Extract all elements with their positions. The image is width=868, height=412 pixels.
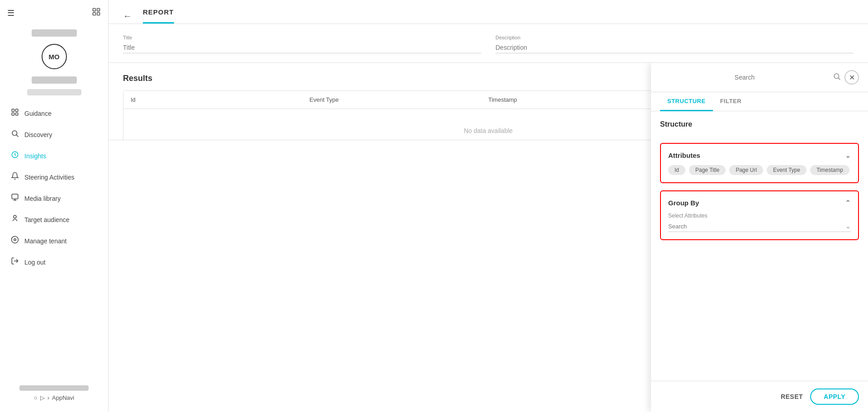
back-button[interactable]: ← — [123, 11, 136, 21]
sidebar-item-target-audience[interactable]: Target audience — [0, 209, 108, 230]
tag-event-type: Event Type — [767, 165, 807, 175]
group-by-chevron-icon[interactable]: ⌃ — [845, 199, 851, 207]
col-timestamp: Timestamp — [488, 96, 667, 103]
sidebar-item-guidance[interactable]: Guidance — [0, 103, 108, 124]
svg-rect-7 — [16, 113, 18, 115]
sidebar-label-steering: Steering Activities — [24, 174, 75, 181]
user-name-blurred — [32, 76, 77, 84]
panel-search-row: ✕ — [651, 63, 868, 92]
tab-filter[interactable]: FILTER — [713, 92, 749, 111]
svg-point-13 — [14, 239, 16, 241]
svg-rect-4 — [12, 109, 14, 111]
sidebar-item-steering-activities[interactable]: Steering Activities — [0, 166, 108, 188]
svg-line-9 — [16, 135, 18, 137]
app-navi-label: AppNavi — [52, 394, 74, 401]
title-label: Title — [123, 35, 481, 40]
panel-body: Structure Attributes ⌄ Id Page Title Pag… — [651, 111, 868, 381]
svg-rect-6 — [12, 113, 14, 115]
group-by-section: Group By ⌃ Select Attributes ⌄ — [660, 190, 859, 240]
user-role-blurred — [27, 89, 81, 95]
panel-close-button[interactable]: ✕ — [844, 70, 859, 85]
svg-point-12 — [14, 215, 16, 218]
svg-rect-0 — [93, 9, 96, 11]
description-label: Description — [495, 35, 854, 40]
sidebar-bottom: ○ ▷ › AppNavi — [0, 374, 108, 405]
title-field: Title — [123, 35, 481, 53]
notification-icon[interactable] — [92, 7, 101, 19]
discovery-icon — [11, 129, 19, 140]
svg-rect-1 — [97, 9, 100, 11]
tag-page-url: Page Url — [729, 165, 763, 175]
manage-tenant-icon — [11, 236, 19, 246]
sidebar-item-insights[interactable]: Insights — [0, 145, 108, 166]
main-area: ← REPORT Title Description Results Id Ev… — [108, 0, 868, 412]
sidebar: ☰ MO Guidance Discovery Insights — [0, 0, 108, 412]
panel-tabs: STRUCTURE FILTER — [651, 92, 868, 111]
tag-timestamp: Timestamp — [810, 165, 849, 175]
sidebar-label-insights: Insights — [24, 152, 46, 160]
structure-panel: ✕ STRUCTURE FILTER Structure Attributes … — [651, 63, 868, 412]
svg-rect-2 — [93, 13, 96, 15]
sidebar-item-media-library[interactable]: Media library — [0, 188, 108, 209]
svg-point-15 — [834, 74, 839, 79]
svg-rect-5 — [16, 109, 18, 111]
panel-footer: RESET APPLY — [651, 381, 868, 412]
apply-button[interactable]: APPLY — [810, 388, 859, 405]
panel-search-icon[interactable] — [833, 72, 841, 82]
sidebar-label-media: Media library — [24, 195, 61, 202]
sidebar-bottom-blurred — [19, 385, 89, 391]
steering-activities-icon — [11, 172, 19, 182]
attributes-header: Attributes ⌄ — [668, 151, 851, 160]
select-attrs-label: Select Attributes — [668, 213, 851, 219]
user-logo-blurred — [32, 29, 77, 37]
guidance-icon — [11, 108, 19, 118]
app-navi: ○ ▷ › AppNavi — [11, 394, 97, 401]
target-audience-icon — [11, 214, 19, 225]
group-by-dropdown-icon[interactable]: ⌄ — [845, 223, 851, 230]
sidebar-item-manage-tenant[interactable]: Manage tenant — [0, 230, 108, 251]
hamburger-icon[interactable]: ☰ — [7, 8, 14, 18]
sidebar-item-discovery[interactable]: Discovery — [0, 124, 108, 145]
svg-point-8 — [12, 131, 17, 136]
panel-section-title: Structure — [660, 120, 859, 128]
avatar: MO — [42, 44, 67, 69]
sidebar-top: ☰ — [0, 7, 108, 26]
app-navi-icon1: ○ — [34, 394, 38, 401]
sidebar-label-logout: Log out — [24, 259, 46, 266]
app-navi-icon2: ▷ — [40, 394, 45, 401]
attributes-tags: Id Page Title Page Url Event Type Timest… — [668, 165, 851, 175]
description-input[interactable] — [495, 42, 854, 53]
content-wrapper: Results Id Event Type Timestamp Pag… No … — [108, 63, 868, 412]
sidebar-item-logout[interactable]: Log out — [0, 251, 108, 273]
app-navi-icon3: › — [47, 394, 49, 401]
media-library-icon — [11, 193, 19, 204]
logout-icon — [11, 257, 19, 267]
sidebar-label-guidance: Guidance — [24, 110, 52, 117]
group-by-search-input[interactable] — [668, 223, 845, 230]
title-input[interactable] — [123, 42, 481, 53]
sidebar-label-target: Target audience — [24, 216, 70, 223]
sidebar-nav: Guidance Discovery Insights Steering Act… — [0, 103, 108, 374]
reset-button[interactable]: RESET — [781, 393, 803, 400]
form-row: Title Description — [108, 24, 868, 63]
tag-id: Id — [668, 165, 685, 175]
panel-search-input[interactable] — [660, 74, 829, 81]
group-by-header: Group By ⌃ — [668, 199, 851, 207]
attributes-label: Attributes — [668, 152, 700, 159]
svg-rect-11 — [12, 194, 18, 199]
svg-rect-3 — [97, 13, 100, 15]
insights-icon — [11, 151, 19, 161]
sidebar-label-discovery: Discovery — [24, 131, 52, 138]
tab-structure[interactable]: STRUCTURE — [660, 92, 713, 111]
sidebar-label-tenant: Manage tenant — [24, 237, 66, 245]
report-tab[interactable]: REPORT — [143, 8, 174, 24]
group-by-label: Group By — [668, 199, 699, 207]
col-event-type: Event Type — [310, 96, 489, 103]
col-id: Id — [131, 96, 310, 103]
attributes-section: Attributes ⌄ Id Page Title Page Url Even… — [660, 143, 859, 183]
svg-line-16 — [838, 78, 840, 80]
group-by-search-row: ⌄ — [668, 223, 851, 232]
attributes-chevron-icon[interactable]: ⌄ — [845, 151, 851, 160]
tag-page-title: Page Title — [689, 165, 726, 175]
description-field: Description — [495, 35, 854, 53]
